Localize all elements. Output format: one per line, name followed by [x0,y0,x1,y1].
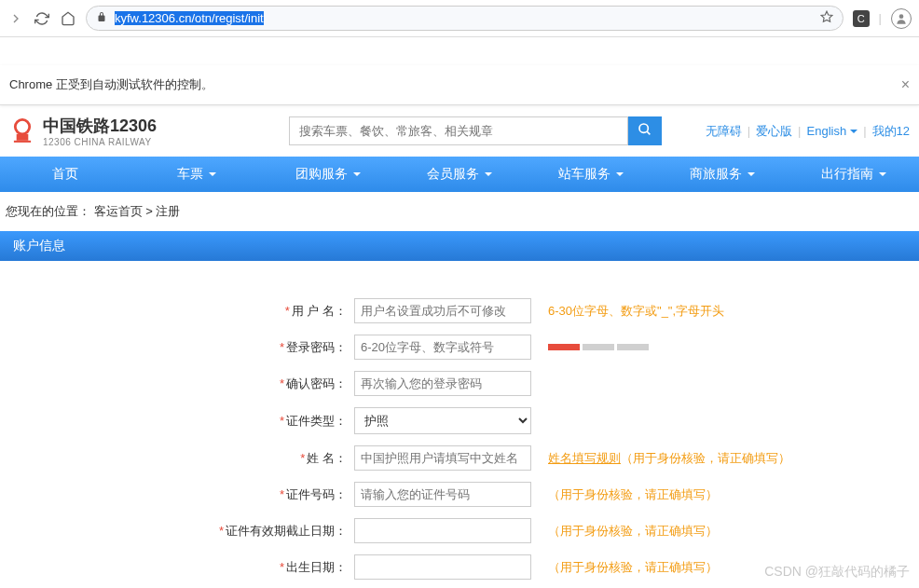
row-id-number: *证件号码： （用于身份核验，请正确填写） [0,482,919,507]
bc-prefix: 您现在的位置： [6,204,90,218]
header-links: 无障碍 | 爱心版 | English | 我的12 [706,123,910,140]
breadcrumb: 您现在的位置： 客运首页 > 注册 [0,192,919,231]
extension-icon[interactable]: C [853,10,870,27]
id-number-hint: （用于身份核验，请正确填写） [548,486,718,503]
url-text: kyfw.12306.cn/otn/regist/init [115,11,813,25]
id-number-input[interactable] [354,482,531,507]
link-my12306[interactable]: 我的12 [872,123,910,140]
star-icon[interactable] [820,10,833,26]
name-rule-link[interactable]: 姓名填写规则 [548,451,621,465]
sep: | [798,124,801,138]
home-icon[interactable] [60,10,76,27]
svg-point-1 [899,14,904,19]
chevron-down-icon [879,172,886,176]
link-care[interactable]: 爱心版 [756,123,792,140]
nav-business[interactable]: 商旅服务 [656,157,788,192]
site-logo[interactable]: 中国铁路12306 12306 CHINA RAILWAY [9,115,157,147]
svg-point-2 [15,119,29,133]
row-password: *登录密码： [0,335,919,360]
logo-cn-text: 中国铁路12306 [43,115,157,137]
search-input[interactable] [289,116,628,145]
search-button[interactable] [628,116,662,145]
bc-current: 注册 [156,204,180,218]
chevron-down-icon [616,172,624,176]
row-username: *用 户 名： 6-30位字母、数字或"_",字母开头 [0,298,919,323]
main-nav: 首页 车票 团购服务 会员服务 站车服务 商旅服务 出行指南 [0,157,919,192]
chevron-down-icon [748,172,755,176]
url-selected: kyfw.12306.cn/otn/regist/init [115,11,264,25]
section-title: 账户信息 [13,238,65,253]
site-header: 中国铁路12306 12306 CHINA RAILWAY 无障碍 | 爱心版 … [0,105,919,157]
forward-icon[interactable] [7,10,24,27]
close-icon[interactable]: × [901,76,910,93]
address-bar[interactable]: kyfw.12306.cn/otn/regist/init [86,6,844,31]
nav-member[interactable]: 会员服务 [394,157,526,192]
confirm-password-input[interactable] [354,371,531,396]
lock-icon [96,11,107,25]
row-name: *姓 名： 姓名填写规则（用于身份核验，请正确填写） [0,445,919,471]
search-icon [638,122,652,140]
watermark: CSDN @狂敲代码的橘子 [764,564,910,581]
birthdate-hint: （用于身份核验，请正确填写） [548,559,718,576]
chevron-down-icon [353,172,361,176]
username-input[interactable] [354,298,531,323]
svg-marker-0 [821,11,832,21]
name-input[interactable] [354,445,531,471]
link-accessible[interactable]: 无障碍 [706,123,742,140]
logo-en-text: 12306 CHINA RAILWAY [43,137,157,147]
svg-point-5 [639,124,648,132]
notification-bar: Chrome 正受到自动测试软件的控制。 × [0,65,919,105]
nav-tickets[interactable]: 车票 [131,157,263,192]
chevron-down-icon [850,130,857,133]
sep: | [863,124,866,138]
profile-icon[interactable] [891,8,912,29]
chevron-down-icon [485,172,492,176]
name-hint: 姓名填写规则（用于身份核验，请正确填写） [548,450,790,467]
chevron-down-icon [209,172,216,176]
row-id-expiry: *证件有效期截止日期： （用于身份核验，请正确填写） [0,518,919,543]
id-expiry-hint: （用于身份核验，请正确填写） [548,523,718,540]
nav-home[interactable]: 首页 [0,157,131,192]
section-header: 账户信息 [0,231,919,261]
svg-line-6 [647,131,650,134]
birthdate-input[interactable] [354,554,531,580]
bc-sep: > [145,204,156,218]
id-expiry-input[interactable] [354,518,531,543]
bc-home[interactable]: 客运首页 [94,204,143,218]
train-logo-icon [9,118,35,144]
nav-station[interactable]: 站车服务 [525,157,656,192]
id-type-select[interactable]: 护照 [354,407,531,434]
notification-text: Chrome 正受到自动测试软件的控制。 [9,76,213,93]
password-input[interactable] [354,335,531,360]
header-search [289,116,662,145]
sep: | [748,124,750,138]
username-hint: 6-30位字母、数字或"_",字母开头 [548,303,724,320]
row-confirm-password: *确认密码： [0,371,919,396]
reload-icon[interactable] [34,10,50,27]
browser-toolbar: kyfw.12306.cn/otn/regist/init C | [0,0,919,37]
svg-rect-4 [14,140,31,142]
nav-group[interactable]: 团购服务 [263,157,394,192]
nav-guide[interactable]: 出行指南 [788,157,919,192]
toolbar-sep: | [879,11,882,25]
register-form: *用 户 名： 6-30位字母、数字或"_",字母开头 *登录密码： *确认密码… [0,261,919,588]
link-english[interactable]: English [807,124,858,138]
row-id-type: *证件类型： 护照 [0,407,919,434]
password-strength [548,344,649,350]
svg-rect-3 [17,133,29,140]
